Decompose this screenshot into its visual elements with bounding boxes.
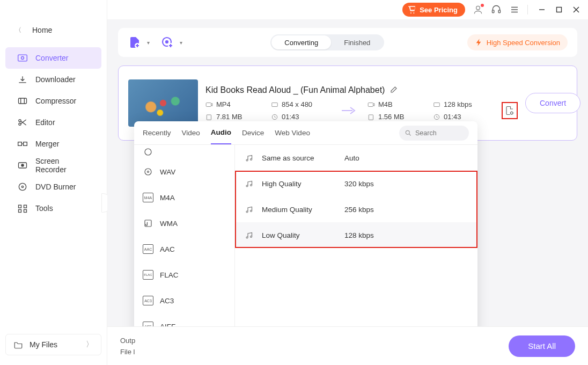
add-file-caret[interactable]: ▾ [147,40,150,46]
format-item-aac[interactable]: AACAAC [134,236,234,262]
sidebar-item-converter[interactable]: Converter [5,47,101,69]
disc-icon [17,182,28,192]
output-settings-button[interactable] [502,102,518,119]
ptab-recently[interactable]: Recently [143,121,171,144]
search-box[interactable] [399,126,469,141]
recorder-icon [17,160,28,170]
add-disc-button[interactable] [160,35,174,49]
tab-switch: Converting Finished [270,34,384,50]
folder-icon [13,340,23,349]
quality-high[interactable]: High Quality 320 kbps [235,171,477,196]
ptab-device[interactable]: Device [242,121,264,144]
back-chevron-icon[interactable]: 〈 [15,26,21,35]
sidebar-label: Editor [35,118,55,127]
sidebar-label: Compressor [35,97,76,105]
video-thumbnail[interactable] [128,79,198,127]
svg-point-43 [406,130,409,134]
format-item-m4a[interactable]: M4AM4A [134,185,234,210]
svg-rect-36 [272,103,278,106]
file-gear-icon [505,105,514,116]
account-icon[interactable] [473,4,483,15]
pricing-label: See Pricing [420,6,458,14]
clock-icon [271,113,278,121]
topbar: ▾ ▾ Converting Finished High Speed Conve… [118,28,577,57]
file-title-row: Kid Books Read Aloud _ (Fun Animal Alpha… [205,85,518,95]
merger-icon [17,139,28,149]
flac-icon: FLAC [143,270,153,280]
sidebar-item-screen-recorder[interactable]: Screen Recorder [5,155,101,176]
ptab-video[interactable]: Video [182,121,200,144]
sidebar-item-tools[interactable]: Tools [5,198,101,219]
high-speed-badge[interactable]: High Speed Conversion [467,34,568,50]
lightning-icon [475,38,483,47]
dst-size: 1.56 MB [378,113,404,121]
m4a-icon: M4A [143,193,153,202]
tab-finished[interactable]: Finished [331,35,383,49]
sidebar-home[interactable]: 〈 Home [5,19,101,41]
quality-highlight-box: High Quality 320 kbps Medium Quality 256… [235,171,477,248]
format-item-ac3[interactable]: AC3AC3 [134,288,234,313]
svg-point-47 [148,171,149,173]
headset-icon[interactable] [491,4,502,15]
format-popover: Recently Video Audio Device Web Video WA… [134,121,477,360]
close-button[interactable] [572,5,580,14]
format-item-wav[interactable]: WAV [134,159,234,185]
add-disc-caret[interactable]: ▾ [180,40,182,46]
sidebar-label: Screen Recorder [35,157,90,174]
grid-icon [17,203,28,213]
home-label: Home [32,26,52,34]
src-size: 7.81 MB [216,113,242,121]
tab-converting[interactable]: Converting [271,35,331,49]
edit-icon[interactable] [389,86,398,94]
sidebar-item-downloader[interactable]: Downloader [5,69,101,90]
src-duration: 01:43 [282,113,299,121]
svg-rect-2 [498,10,500,13]
svg-rect-10 [18,55,27,61]
file-title: Kid Books Read Aloud _ (Fun Animal Alpha… [205,85,385,95]
music-note-icon [245,154,254,162]
svg-point-11 [21,57,24,60]
ptab-audio[interactable]: Audio [211,121,231,144]
svg-rect-26 [19,205,21,208]
svg-point-25 [21,186,23,187]
cart-icon [408,5,416,14]
format-item-prev[interactable] [134,145,234,159]
svg-point-24 [19,183,26,190]
resolution-icon [271,101,278,108]
note-icon [143,218,153,228]
dst-bitrate: 128 kbps [444,100,472,108]
quality-value: 320 kbps [344,180,374,188]
sidebar-item-editor[interactable]: Editor [5,112,101,133]
convert-button[interactable]: Convert [525,93,580,113]
file-icon [205,113,213,121]
clock-icon [433,113,440,121]
svg-rect-20 [24,142,27,146]
quality-medium[interactable]: Medium Quality 256 kbps [235,196,477,222]
quality-same[interactable]: Same as source Auto [235,145,477,171]
sidebar-label: Tools [35,204,53,213]
minimize-button[interactable] [538,5,546,14]
start-all-button[interactable]: Start All [509,335,575,357]
quality-value: 128 kbps [344,231,374,239]
quality-value: Auto [344,154,359,162]
sidebar-label: Converter [35,54,68,62]
menu-icon[interactable] [509,4,520,15]
ac3-icon: AC3 [143,296,153,305]
disc-icon [143,147,153,157]
maximize-button[interactable] [555,5,563,14]
sidebar-item-merger[interactable]: Merger [5,133,101,155]
sidebar-item-dvd-burner[interactable]: DVD Burner [5,176,101,198]
file-icon [367,113,375,121]
sidebar-item-compressor[interactable]: Compressor [5,90,101,112]
my-files-button[interactable]: My Files 〉 [5,334,101,355]
quality-low[interactable]: Low Quality 128 kbps [235,222,477,248]
format-item-wma[interactable]: WMA [134,210,234,236]
format-item-flac[interactable]: FLACFLAC [134,262,234,288]
ptab-web-video[interactable]: Web Video [275,121,310,144]
compressor-icon [17,96,28,106]
music-note-icon [245,231,254,239]
add-file-button[interactable] [128,35,142,49]
search-input[interactable] [415,129,458,137]
dst-duration: 01:43 [444,113,461,121]
see-pricing-button[interactable]: See Pricing [402,3,465,17]
